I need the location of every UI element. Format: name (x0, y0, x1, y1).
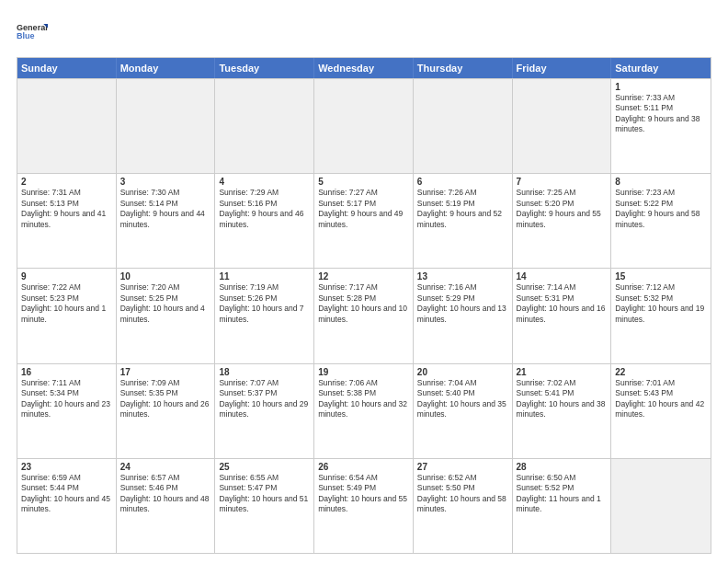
day-cell-27: 27Sunrise: 6:52 AMSunset: 5:50 PMDayligh… (414, 459, 513, 553)
day-number: 18 (219, 367, 310, 377)
day-cell-20: 20Sunrise: 7:04 AMSunset: 5:40 PMDayligh… (414, 364, 513, 458)
header-day-friday: Friday (513, 58, 612, 78)
day-number: 19 (318, 367, 409, 377)
day-number: 16 (21, 367, 112, 377)
calendar-body: 1Sunrise: 7:33 AMSunset: 5:11 PMDaylight… (17, 78, 711, 553)
day-cell-7: 7Sunrise: 7:25 AMSunset: 5:20 PMDaylight… (513, 174, 612, 268)
day-cell-1: 1Sunrise: 7:33 AMSunset: 5:11 PMDaylight… (611, 79, 711, 173)
day-number: 4 (219, 177, 310, 187)
day-cell-13: 13Sunrise: 7:16 AMSunset: 5:29 PMDayligh… (414, 269, 513, 362)
day-info: Sunrise: 7:26 AMSunset: 5:19 PMDaylight:… (417, 188, 508, 230)
header-day-saturday: Saturday (611, 58, 711, 78)
day-number: 28 (517, 462, 608, 472)
day-info: Sunrise: 7:11 AMSunset: 5:34 PMDaylight:… (21, 378, 112, 420)
empty-cell (17, 79, 117, 173)
day-cell-4: 4Sunrise: 7:29 AMSunset: 5:16 PMDaylight… (215, 174, 314, 268)
day-cell-26: 26Sunrise: 6:54 AMSunset: 5:49 PMDayligh… (314, 459, 414, 553)
page: General Blue SundayMondayTuesdayWednesda… (0, 0, 728, 563)
day-info: Sunrise: 6:54 AMSunset: 5:49 PMDaylight:… (318, 473, 409, 515)
day-number: 12 (318, 271, 409, 282)
day-info: Sunrise: 7:27 AMSunset: 5:17 PMDaylight:… (318, 188, 409, 230)
day-cell-18: 18Sunrise: 7:07 AMSunset: 5:37 PMDayligh… (215, 364, 314, 458)
day-cell-15: 15Sunrise: 7:12 AMSunset: 5:32 PMDayligh… (611, 269, 711, 362)
day-info: Sunrise: 7:22 AMSunset: 5:23 PMDaylight:… (21, 282, 112, 325)
day-cell-8: 8Sunrise: 7:23 AMSunset: 5:22 PMDaylight… (611, 174, 711, 268)
day-number: 23 (21, 462, 112, 472)
day-number: 6 (417, 177, 508, 187)
day-cell-6: 6Sunrise: 7:26 AMSunset: 5:19 PMDaylight… (414, 174, 513, 268)
day-number: 26 (318, 462, 409, 472)
day-info: Sunrise: 7:12 AMSunset: 5:32 PMDaylight:… (615, 282, 707, 325)
day-info: Sunrise: 6:59 AMSunset: 5:44 PMDaylight:… (21, 473, 112, 515)
day-number: 1 (615, 82, 707, 92)
day-cell-23: 23Sunrise: 6:59 AMSunset: 5:44 PMDayligh… (17, 459, 117, 553)
day-info: Sunrise: 7:33 AMSunset: 5:11 PMDaylight:… (615, 93, 707, 135)
empty-cell (215, 79, 314, 173)
day-number: 27 (417, 462, 508, 472)
day-cell-19: 19Sunrise: 7:06 AMSunset: 5:38 PMDayligh… (314, 364, 414, 458)
day-info: Sunrise: 7:17 AMSunset: 5:28 PMDaylight:… (318, 282, 409, 325)
day-number: 22 (615, 367, 707, 377)
day-info: Sunrise: 7:30 AMSunset: 5:14 PMDaylight:… (120, 188, 211, 230)
day-info: Sunrise: 7:14 AMSunset: 5:31 PMDaylight:… (517, 282, 608, 325)
header-day-monday: Monday (117, 58, 216, 78)
day-number: 7 (517, 177, 608, 187)
header-day-wednesday: Wednesday (314, 58, 414, 78)
day-info: Sunrise: 7:20 AMSunset: 5:25 PMDaylight:… (120, 282, 211, 325)
day-info: Sunrise: 6:52 AMSunset: 5:50 PMDaylight:… (417, 473, 508, 515)
day-number: 5 (318, 177, 409, 187)
day-info: Sunrise: 7:01 AMSunset: 5:43 PMDaylight:… (615, 378, 707, 420)
day-info: Sunrise: 7:09 AMSunset: 5:35 PMDaylight:… (120, 378, 211, 420)
calendar-row-0: 1Sunrise: 7:33 AMSunset: 5:11 PMDaylight… (17, 78, 711, 173)
logo: General Blue (17, 17, 48, 48)
day-cell-3: 3Sunrise: 7:30 AMSunset: 5:14 PMDaylight… (117, 174, 216, 268)
empty-cell (611, 459, 711, 553)
day-number: 20 (417, 367, 508, 377)
calendar: SundayMondayTuesdayWednesdayThursdayFrid… (17, 57, 711, 554)
day-cell-14: 14Sunrise: 7:14 AMSunset: 5:31 PMDayligh… (513, 269, 612, 362)
day-info: Sunrise: 6:57 AMSunset: 5:46 PMDaylight:… (120, 473, 211, 515)
day-number: 13 (417, 271, 508, 282)
header-day-sunday: Sunday (17, 58, 117, 78)
day-info: Sunrise: 7:19 AMSunset: 5:26 PMDaylight:… (219, 282, 310, 325)
day-info: Sunrise: 7:25 AMSunset: 5:20 PMDaylight:… (517, 188, 608, 230)
empty-cell (513, 79, 612, 173)
day-number: 3 (120, 177, 211, 187)
day-info: Sunrise: 7:06 AMSunset: 5:38 PMDaylight:… (318, 378, 409, 420)
day-cell-25: 25Sunrise: 6:55 AMSunset: 5:47 PMDayligh… (215, 459, 314, 553)
day-number: 25 (219, 462, 310, 472)
empty-cell (314, 79, 414, 173)
day-cell-24: 24Sunrise: 6:57 AMSunset: 5:46 PMDayligh… (117, 459, 216, 553)
day-info: Sunrise: 6:50 AMSunset: 5:52 PMDaylight:… (517, 473, 608, 515)
empty-cell (117, 79, 216, 173)
day-number: 9 (21, 271, 112, 282)
header-day-tuesday: Tuesday (215, 58, 314, 78)
empty-cell (414, 79, 513, 173)
logo-svg: General Blue (17, 17, 48, 48)
day-number: 14 (517, 271, 608, 282)
calendar-row-3: 16Sunrise: 7:11 AMSunset: 5:34 PMDayligh… (17, 363, 711, 458)
day-cell-11: 11Sunrise: 7:19 AMSunset: 5:26 PMDayligh… (215, 269, 314, 362)
header: General Blue (17, 17, 711, 48)
day-number: 24 (120, 462, 211, 472)
day-info: Sunrise: 7:23 AMSunset: 5:22 PMDaylight:… (615, 188, 707, 230)
day-cell-17: 17Sunrise: 7:09 AMSunset: 5:35 PMDayligh… (117, 364, 216, 458)
day-cell-2: 2Sunrise: 7:31 AMSunset: 5:13 PMDaylight… (17, 174, 117, 268)
day-info: Sunrise: 7:29 AMSunset: 5:16 PMDaylight:… (219, 188, 310, 230)
day-info: Sunrise: 7:04 AMSunset: 5:40 PMDaylight:… (417, 378, 508, 420)
svg-text:Blue: Blue (17, 31, 35, 40)
day-cell-16: 16Sunrise: 7:11 AMSunset: 5:34 PMDayligh… (17, 364, 117, 458)
day-number: 2 (21, 177, 112, 187)
day-number: 8 (615, 177, 707, 187)
day-cell-9: 9Sunrise: 7:22 AMSunset: 5:23 PMDaylight… (17, 269, 117, 362)
day-cell-10: 10Sunrise: 7:20 AMSunset: 5:25 PMDayligh… (117, 269, 216, 362)
day-info: Sunrise: 6:55 AMSunset: 5:47 PMDaylight:… (219, 473, 310, 515)
header-day-thursday: Thursday (414, 58, 513, 78)
day-info: Sunrise: 7:31 AMSunset: 5:13 PMDaylight:… (21, 188, 112, 230)
day-number: 17 (120, 367, 211, 377)
day-info: Sunrise: 7:07 AMSunset: 5:37 PMDaylight:… (219, 378, 310, 420)
day-cell-5: 5Sunrise: 7:27 AMSunset: 5:17 PMDaylight… (314, 174, 414, 268)
day-info: Sunrise: 7:02 AMSunset: 5:41 PMDaylight:… (517, 378, 608, 420)
calendar-row-1: 2Sunrise: 7:31 AMSunset: 5:13 PMDaylight… (17, 173, 711, 268)
day-number: 15 (615, 271, 707, 282)
